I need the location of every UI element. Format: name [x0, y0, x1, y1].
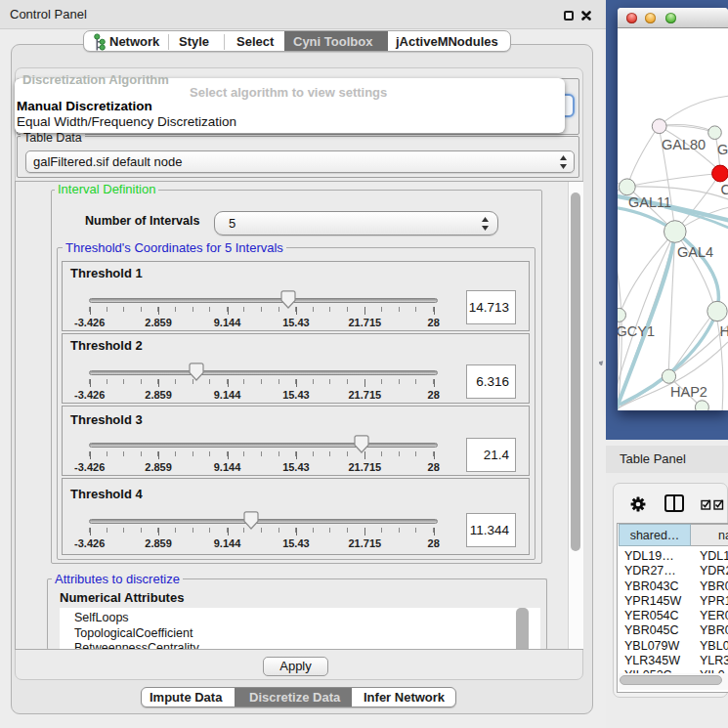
svg-text:GA: GA [717, 142, 728, 157]
svg-text:GAL80: GAL80 [662, 137, 706, 152]
svg-text:GAL4: GAL4 [677, 244, 713, 260]
svg-text:CY: CY [721, 182, 728, 197]
svg-text:GAL11: GAL11 [628, 194, 671, 210]
svg-text:HAP2: HAP2 [670, 384, 707, 400]
svg-text:HI: HI [720, 323, 728, 339]
svg-text:GCY1: GCY1 [618, 323, 655, 339]
